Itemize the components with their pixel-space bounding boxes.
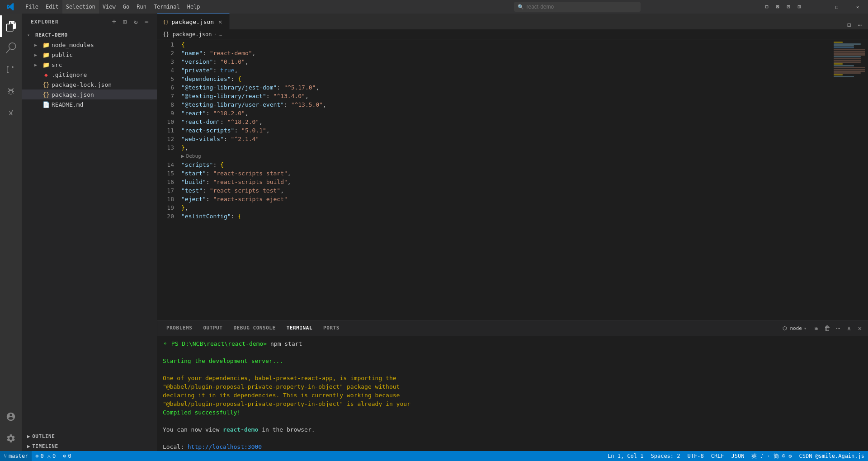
- sidebar-outline[interactable]: ▶ OUTLINE: [22, 431, 157, 441]
- more-tab-actions-btn[interactable]: ⋯: [855, 20, 864, 29]
- kill-terminal-btn[interactable]: 🗑: [823, 324, 832, 333]
- menu-view[interactable]: View: [99, 0, 119, 14]
- tree-item-public[interactable]: ▶ 📁 public: [22, 50, 157, 60]
- tab-label: package.json: [171, 19, 214, 25]
- activity-account[interactable]: [0, 406, 22, 428]
- sidebar-timeline[interactable]: ▶ TIMELINE: [22, 441, 157, 451]
- tree-root[interactable]: ▾ REACT-DEMO: [22, 30, 157, 40]
- new-file-btn[interactable]: ＋: [110, 17, 119, 26]
- split-terminal-btn[interactable]: ⊞: [812, 324, 821, 333]
- terminal-warn-1: One of your dependencies, babel-preset-r…: [163, 374, 863, 382]
- terminal-local-label: Local:: [163, 443, 188, 450]
- status-info-count[interactable]: ⊗ 0: [59, 451, 75, 461]
- status-ln-col[interactable]: Ln 1, Col 1: [604, 451, 647, 461]
- status-remote[interactable]: CSDN @smile.Again.js: [796, 451, 868, 461]
- tab-ports[interactable]: PORTS: [318, 320, 345, 336]
- layout-btn-3[interactable]: ⊡: [784, 2, 793, 11]
- collapse-btn[interactable]: ⋯: [142, 17, 151, 26]
- activity-extensions[interactable]: [0, 102, 22, 124]
- tree-item-src[interactable]: ▶ 📁 src: [22, 60, 157, 70]
- menu-help[interactable]: Help: [184, 0, 204, 14]
- terminal-local-url[interactable]: http://localhost:3000: [188, 443, 262, 450]
- tab-debug-console[interactable]: DEBUG CONSOLE: [228, 320, 281, 336]
- ime-text: 英 ♪ · 簡 ☺ ⚙: [751, 452, 792, 460]
- folder-icon: 📁: [42, 61, 50, 68]
- tab-icon: {}: [163, 19, 169, 25]
- search-input-container[interactable]: 🔍: [514, 2, 641, 12]
- activity-settings[interactable]: [0, 428, 22, 449]
- activity-debug[interactable]: [0, 80, 22, 102]
- new-folder-btn[interactable]: ⊞: [121, 17, 130, 26]
- status-eol[interactable]: CRLF: [708, 451, 728, 461]
- tree-item-readme[interactable]: ▶ 📄 README.md: [22, 99, 157, 109]
- minimize-button[interactable]: ─: [806, 0, 826, 14]
- activity-source-control[interactable]: [0, 59, 22, 80]
- menu-go[interactable]: Go: [119, 0, 133, 14]
- layout-btn-1[interactable]: ⊟: [762, 2, 771, 11]
- minimap-visual: [832, 39, 868, 320]
- git-branch-name: master: [9, 453, 28, 459]
- language-text: JSON: [731, 453, 745, 459]
- search-input[interactable]: [527, 4, 637, 10]
- terminal-info: Starting the development server...: [163, 358, 283, 364]
- terminal-view-text: You can now view: [163, 426, 223, 433]
- layout-btn-2[interactable]: ⊠: [773, 2, 782, 11]
- code-line-11: "react-scripts": "5.0.1",: [178, 126, 832, 135]
- arrow-icon: ▶: [34, 52, 41, 57]
- panel-close-btn[interactable]: ✕: [855, 324, 864, 333]
- close-button[interactable]: ✕: [847, 0, 868, 14]
- tab-terminal[interactable]: TERMINAL: [281, 320, 318, 336]
- tree-item-package-json[interactable]: ▶ {} package.json: [22, 89, 157, 99]
- terminal-compiled: Compiled successfully!: [163, 409, 241, 416]
- status-ime[interactable]: 英 ♪ · 簡 ☺ ⚙: [748, 451, 795, 461]
- code-line-17: "test": "react-scripts test",: [178, 186, 832, 195]
- terminal-app-name: react-demo: [223, 426, 258, 433]
- layout-btn-4[interactable]: ⊞: [795, 2, 804, 11]
- tree-label: README.md: [52, 101, 83, 108]
- tree-label: public: [52, 52, 73, 58]
- code-line-7: "@testing-library/react": "^13.4.0",: [178, 92, 832, 100]
- menu-edit[interactable]: Edit: [42, 0, 62, 14]
- minimap: [832, 39, 868, 320]
- search-icon: 🔍: [518, 4, 524, 10]
- timeline-label: TIMELINE: [32, 443, 58, 449]
- activity-explorer[interactable]: [0, 15, 22, 37]
- code-line-20: "eslintConfig": {: [178, 212, 832, 221]
- status-git-branch[interactable]: ⑂ master: [0, 451, 32, 461]
- tab-problems[interactable]: PROBLEMS: [161, 320, 198, 336]
- error-icon: ⊗: [35, 453, 38, 459]
- maximize-button[interactable]: □: [826, 0, 847, 14]
- code-line-8: "@testing-library/user-event": "^13.5.0"…: [178, 100, 832, 109]
- menu-file[interactable]: File: [22, 0, 42, 14]
- breadcrumb-path[interactable]: …: [219, 31, 222, 38]
- terminal-content[interactable]: ⚬ PS D:\NCB\react\react-demo> npm start …: [157, 336, 868, 451]
- refresh-btn[interactable]: ↻: [132, 17, 141, 26]
- code-line-19: },: [178, 203, 832, 212]
- tab-output[interactable]: OUTPUT: [198, 320, 228, 336]
- split-editor-btn[interactable]: ⊟: [844, 20, 854, 29]
- tree-label: .gitignore: [52, 71, 87, 78]
- menu-selection[interactable]: Selection: [62, 0, 99, 14]
- status-encoding[interactable]: UTF-8: [684, 451, 708, 461]
- tree-item-package-lock[interactable]: ▶ {} package-lock.json: [22, 80, 157, 89]
- panel-collapse-btn[interactable]: ∧: [844, 324, 854, 333]
- code-content[interactable]: { "name": "react-demo", "version": "0.1.…: [178, 39, 832, 320]
- eol-text: CRLF: [711, 453, 724, 459]
- status-spaces[interactable]: Spaces: 2: [647, 451, 684, 461]
- tree-item-node-modules[interactable]: ▶ 📁 node_modules: [22, 40, 157, 50]
- tab-package-json[interactable]: {} package.json ✕: [157, 14, 230, 29]
- status-bar: ⑂ master ⊗ 0 △ 0 ⊗ 0 Ln 1, Col 1 Spaces:…: [0, 451, 868, 461]
- code-editor[interactable]: 1 2 3 4 5 6 7 8 9 10 11 12 13 14 15 16 1…: [157, 39, 868, 320]
- status-language[interactable]: JSON: [728, 451, 748, 461]
- menu-run[interactable]: Run: [133, 0, 150, 14]
- breadcrumb-file[interactable]: {} package.json: [163, 31, 212, 38]
- activity-search[interactable]: [0, 37, 22, 59]
- timeline-arrow: ▶: [27, 443, 30, 449]
- tree-item-gitignore[interactable]: ▶ ◆ .gitignore: [22, 70, 157, 80]
- status-errors[interactable]: ⊗ 0 △ 0: [32, 451, 59, 461]
- more-panel-actions-btn[interactable]: ⋯: [834, 324, 843, 333]
- status-right: Ln 1, Col 1 Spaces: 2 UTF-8 CRLF JSON 英 …: [604, 451, 868, 461]
- tab-close-btn[interactable]: ✕: [217, 18, 224, 25]
- menu-terminal[interactable]: Terminal: [150, 0, 184, 14]
- outline-label: OUTLINE: [32, 433, 55, 439]
